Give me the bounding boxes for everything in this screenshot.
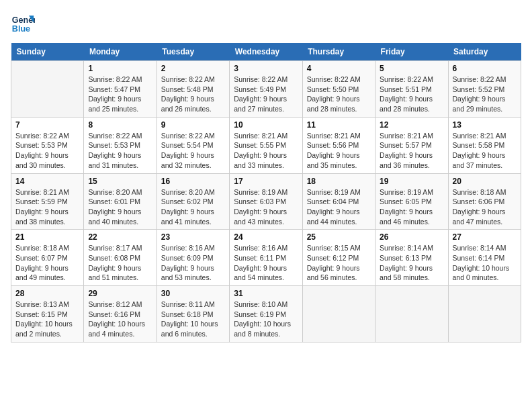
- page-header: General Blue: [11, 11, 521, 35]
- calendar-cell: 18Sunrise: 8:19 AM Sunset: 6:04 PM Dayli…: [302, 173, 375, 230]
- calendar-cell: 24Sunrise: 8:16 AM Sunset: 6:11 PM Dayli…: [230, 230, 302, 286]
- calendar-week-row: 7Sunrise: 8:22 AM Sunset: 5:53 PM Daylig…: [11, 117, 521, 173]
- day-number: 25: [307, 232, 371, 242]
- day-info: Sunrise: 8:22 AM Sunset: 5:51 PM Dayligh…: [380, 75, 443, 114]
- weekday-header: Saturday: [448, 43, 521, 61]
- day-number: 17: [234, 177, 298, 186]
- day-info: Sunrise: 8:22 AM Sunset: 5:49 PM Dayligh…: [234, 75, 298, 114]
- day-number: 12: [380, 120, 443, 130]
- day-info: Sunrise: 8:11 AM Sunset: 6:18 PM Dayligh…: [161, 300, 225, 339]
- weekday-header: Wednesday: [230, 43, 302, 61]
- calendar-cell: 2Sunrise: 8:22 AM Sunset: 5:48 PM Daylig…: [157, 61, 229, 118]
- logo-icon: General Blue: [11, 11, 35, 35]
- calendar-table: SundayMondayTuesdayWednesdayThursdayFrid…: [11, 43, 521, 342]
- weekday-header: Friday: [375, 43, 448, 61]
- calendar-week-row: 21Sunrise: 8:18 AM Sunset: 6:07 PM Dayli…: [11, 230, 521, 286]
- calendar-cell: 27Sunrise: 8:14 AM Sunset: 6:14 PM Dayli…: [448, 230, 521, 286]
- day-info: Sunrise: 8:19 AM Sunset: 6:04 PM Dayligh…: [307, 187, 371, 227]
- day-number: 7: [15, 120, 79, 130]
- day-info: Sunrise: 8:22 AM Sunset: 5:47 PM Dayligh…: [88, 75, 152, 114]
- calendar-cell: 13Sunrise: 8:21 AM Sunset: 5:58 PM Dayli…: [448, 117, 521, 173]
- weekday-header: Thursday: [302, 43, 375, 61]
- calendar-cell: 10Sunrise: 8:21 AM Sunset: 5:55 PM Dayli…: [230, 117, 302, 173]
- calendar-body: 1Sunrise: 8:22 AM Sunset: 5:47 PM Daylig…: [11, 61, 521, 342]
- logo: General Blue: [11, 11, 35, 35]
- day-info: Sunrise: 8:16 AM Sunset: 6:11 PM Dayligh…: [234, 243, 298, 283]
- day-info: Sunrise: 8:21 AM Sunset: 5:59 PM Dayligh…: [15, 187, 79, 227]
- day-info: Sunrise: 8:15 AM Sunset: 6:12 PM Dayligh…: [307, 243, 371, 283]
- day-info: Sunrise: 8:18 AM Sunset: 6:07 PM Dayligh…: [15, 243, 79, 283]
- day-number: 15: [88, 177, 152, 186]
- calendar-cell: [448, 286, 521, 342]
- calendar-cell: 26Sunrise: 8:14 AM Sunset: 6:13 PM Dayli…: [375, 230, 448, 286]
- calendar-cell: 11Sunrise: 8:21 AM Sunset: 5:56 PM Dayli…: [302, 117, 375, 173]
- day-info: Sunrise: 8:12 AM Sunset: 6:16 PM Dayligh…: [88, 300, 152, 339]
- calendar-cell: 15Sunrise: 8:20 AM Sunset: 6:01 PM Dayli…: [84, 173, 157, 230]
- calendar-cell: 3Sunrise: 8:22 AM Sunset: 5:49 PM Daylig…: [230, 61, 302, 118]
- weekday-header: Tuesday: [157, 43, 229, 61]
- weekday-header: Sunday: [11, 43, 84, 61]
- calendar-cell: 19Sunrise: 8:19 AM Sunset: 6:05 PM Dayli…: [375, 173, 448, 230]
- day-number: 19: [380, 177, 443, 186]
- calendar-cell: 8Sunrise: 8:22 AM Sunset: 5:53 PM Daylig…: [84, 117, 157, 173]
- day-number: 30: [161, 289, 225, 298]
- day-info: Sunrise: 8:18 AM Sunset: 6:06 PM Dayligh…: [453, 187, 517, 227]
- day-number: 16: [161, 177, 225, 186]
- day-number: 27: [453, 232, 517, 242]
- day-number: 1: [88, 64, 152, 73]
- day-number: 22: [88, 232, 152, 242]
- day-info: Sunrise: 8:21 AM Sunset: 5:55 PM Dayligh…: [234, 131, 298, 171]
- day-number: 24: [234, 232, 298, 242]
- calendar-week-row: 28Sunrise: 8:13 AM Sunset: 6:15 PM Dayli…: [11, 286, 521, 342]
- calendar-cell: [11, 61, 84, 118]
- day-info: Sunrise: 8:22 AM Sunset: 5:50 PM Dayligh…: [307, 75, 371, 114]
- calendar-cell: 23Sunrise: 8:16 AM Sunset: 6:09 PM Dayli…: [157, 230, 229, 286]
- day-info: Sunrise: 8:21 AM Sunset: 5:57 PM Dayligh…: [380, 131, 443, 171]
- calendar-cell: 12Sunrise: 8:21 AM Sunset: 5:57 PM Dayli…: [375, 117, 448, 173]
- calendar-cell: 28Sunrise: 8:13 AM Sunset: 6:15 PM Dayli…: [11, 286, 84, 342]
- day-number: 18: [307, 177, 371, 186]
- day-number: 9: [161, 120, 225, 130]
- day-info: Sunrise: 8:21 AM Sunset: 5:58 PM Dayligh…: [453, 131, 517, 171]
- day-number: 26: [380, 232, 443, 242]
- day-info: Sunrise: 8:22 AM Sunset: 5:48 PM Dayligh…: [161, 75, 225, 114]
- day-info: Sunrise: 8:22 AM Sunset: 5:54 PM Dayligh…: [161, 131, 225, 171]
- calendar-week-row: 1Sunrise: 8:22 AM Sunset: 5:47 PM Daylig…: [11, 61, 521, 118]
- day-number: 8: [88, 120, 152, 130]
- day-info: Sunrise: 8:17 AM Sunset: 6:08 PM Dayligh…: [88, 243, 152, 283]
- day-info: Sunrise: 8:13 AM Sunset: 6:15 PM Dayligh…: [15, 300, 79, 339]
- day-number: 29: [88, 289, 152, 298]
- day-number: 10: [234, 120, 298, 130]
- day-info: Sunrise: 8:10 AM Sunset: 6:19 PM Dayligh…: [234, 300, 298, 339]
- day-info: Sunrise: 8:19 AM Sunset: 6:05 PM Dayligh…: [380, 187, 443, 227]
- day-number: 14: [15, 177, 79, 186]
- day-info: Sunrise: 8:20 AM Sunset: 6:01 PM Dayligh…: [88, 187, 152, 227]
- calendar-cell: 14Sunrise: 8:21 AM Sunset: 5:59 PM Dayli…: [11, 173, 84, 230]
- day-number: 21: [15, 232, 79, 242]
- calendar-cell: 7Sunrise: 8:22 AM Sunset: 5:53 PM Daylig…: [11, 117, 84, 173]
- day-info: Sunrise: 8:14 AM Sunset: 6:14 PM Dayligh…: [453, 243, 517, 283]
- calendar-week-row: 14Sunrise: 8:21 AM Sunset: 5:59 PM Dayli…: [11, 173, 521, 230]
- day-number: 5: [380, 64, 443, 73]
- day-info: Sunrise: 8:20 AM Sunset: 6:02 PM Dayligh…: [161, 187, 225, 227]
- day-number: 2: [161, 64, 225, 73]
- calendar-cell: 20Sunrise: 8:18 AM Sunset: 6:06 PM Dayli…: [448, 173, 521, 230]
- day-number: 23: [161, 232, 225, 242]
- calendar-cell: 1Sunrise: 8:22 AM Sunset: 5:47 PM Daylig…: [84, 61, 157, 118]
- day-number: 4: [307, 64, 371, 73]
- day-info: Sunrise: 8:16 AM Sunset: 6:09 PM Dayligh…: [161, 243, 225, 283]
- day-info: Sunrise: 8:19 AM Sunset: 6:03 PM Dayligh…: [234, 187, 298, 227]
- calendar-cell: 16Sunrise: 8:20 AM Sunset: 6:02 PM Dayli…: [157, 173, 229, 230]
- day-number: 13: [453, 120, 517, 130]
- day-info: Sunrise: 8:21 AM Sunset: 5:56 PM Dayligh…: [307, 131, 371, 171]
- day-number: 31: [234, 289, 298, 298]
- calendar-header-row: SundayMondayTuesdayWednesdayThursdayFrid…: [11, 43, 521, 61]
- calendar-cell: 21Sunrise: 8:18 AM Sunset: 6:07 PM Dayli…: [11, 230, 84, 286]
- day-info: Sunrise: 8:22 AM Sunset: 5:53 PM Dayligh…: [88, 131, 152, 171]
- svg-text:Blue: Blue: [12, 24, 30, 34]
- calendar-cell: 9Sunrise: 8:22 AM Sunset: 5:54 PM Daylig…: [157, 117, 229, 173]
- calendar-cell: 31Sunrise: 8:10 AM Sunset: 6:19 PM Dayli…: [230, 286, 302, 342]
- day-info: Sunrise: 8:22 AM Sunset: 5:53 PM Dayligh…: [15, 131, 79, 171]
- day-number: 11: [307, 120, 371, 130]
- day-info: Sunrise: 8:22 AM Sunset: 5:52 PM Dayligh…: [453, 75, 517, 114]
